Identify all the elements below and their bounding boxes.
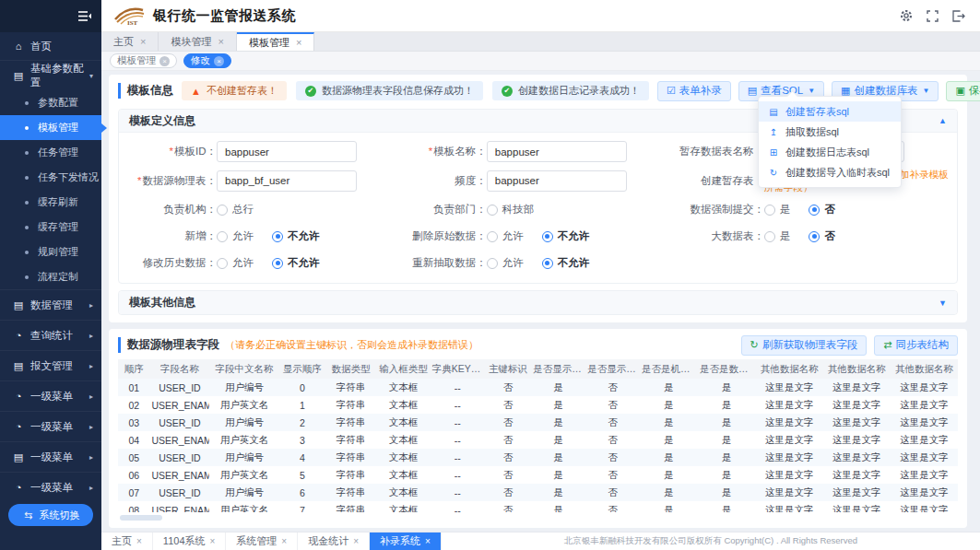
table-cell: 否 bbox=[485, 414, 532, 431]
close-icon[interactable]: × bbox=[159, 56, 170, 66]
radio-allow-add-option[interactable]: 允许 bbox=[217, 229, 254, 243]
table-cell: 是 bbox=[531, 449, 585, 466]
horizontal-scrollbar-thumb[interactable] bbox=[120, 515, 162, 521]
sidebar-item-task-mgmt[interactable]: 任务管理 bbox=[0, 140, 101, 165]
table-row[interactable]: 08USER_ENAME用户英文名7字符串文本框--否是否是是这里是文字这里是文… bbox=[118, 501, 958, 512]
tab-home[interactable]: 主页× bbox=[101, 32, 159, 51]
chip-edit[interactable]: 修改× bbox=[183, 53, 231, 68]
save-button[interactable]: ▣保存▼ bbox=[946, 81, 980, 101]
table-row[interactable]: 07USER_ID用户编号6字符串文本框--否是否是是这里是文字这里是文字这里是… bbox=[118, 484, 958, 501]
sidebar-item-query-stats[interactable]: ◔查询统计▸ bbox=[0, 320, 101, 350]
table-row[interactable]: 06USER_ENAME用户英文名5字符串文本框--否是否是是这里是文字这里是文… bbox=[118, 466, 958, 484]
refresh-physical-fields-button[interactable]: ↻ 刷新获取物理表字段 bbox=[741, 335, 868, 356]
frequency-input[interactable] bbox=[487, 170, 627, 192]
sidebar-item-level1-menu-3[interactable]: ▤一级菜单▸ bbox=[0, 441, 101, 472]
sidebar-item-cache-mgmt[interactable]: 缓存管理 bbox=[0, 215, 101, 240]
required-mark: * bbox=[137, 175, 141, 186]
sidebar-item-level1-menu-2[interactable]: ◔一级菜单▸ bbox=[0, 411, 101, 441]
sidebar-item-basic-params-config[interactable]: ▤基础参数配置▾ bbox=[0, 60, 101, 90]
table-cell: 5 bbox=[278, 466, 325, 484]
table-row[interactable]: 03USER_ID用户编号2字符串文本框--否是否是是这里是文字这里是文字这里是… bbox=[118, 414, 958, 431]
close-icon[interactable]: × bbox=[425, 536, 431, 546]
sidebar-item-label: 模板管理 bbox=[38, 121, 78, 135]
sidebar-item-report-mgmt[interactable]: ▤报文管理▸ bbox=[0, 350, 101, 380]
radio-delete-raw-data-option[interactable]: 允许 bbox=[487, 229, 524, 243]
collapse-sidebar-icon[interactable] bbox=[77, 10, 92, 22]
field-allow-add: 新增：允许不允许 bbox=[123, 226, 393, 247]
close-icon[interactable]: × bbox=[296, 37, 301, 48]
sidebar-item-params-config[interactable]: 参数配置 bbox=[0, 90, 101, 115]
radio-force-submit-option[interactable]: 是 bbox=[764, 203, 791, 216]
form-supplement-button[interactable]: ☑表单补录 bbox=[657, 81, 731, 101]
bottom-tab-system-mgmt[interactable]: 系统管理× bbox=[226, 532, 298, 550]
bottom-tab-cash-stats[interactable]: 现金统计× bbox=[298, 532, 370, 550]
close-icon[interactable]: × bbox=[214, 56, 224, 66]
close-icon[interactable]: × bbox=[140, 36, 146, 47]
radio-big-data-table-option[interactable]: 是 bbox=[764, 229, 791, 243]
radio-big-data-table-checked[interactable]: 否 bbox=[809, 229, 835, 243]
radio-delete-raw-data-checked[interactable]: 不允许 bbox=[542, 229, 590, 243]
pie-icon: ◔ bbox=[12, 330, 25, 341]
collapse-section-icon[interactable]: ▲ bbox=[939, 116, 947, 125]
sync-table-structure-button[interactable]: ⇄ 同步表结构 bbox=[874, 335, 958, 356]
system-switch-button[interactable]: ⇆ 系统切换 bbox=[8, 504, 93, 526]
fullscreen-icon[interactable] bbox=[927, 10, 939, 22]
template-other-title: 模板其他信息 bbox=[129, 295, 195, 310]
radio-responsible-dept-option[interactable]: 科技部 bbox=[487, 203, 535, 216]
field-label-text: 修改历史数据： bbox=[143, 257, 218, 268]
template-name-input[interactable] bbox=[487, 141, 627, 162]
table-cell: 是 bbox=[698, 466, 756, 484]
menu-item-create-log-table-sql[interactable]: ⊞创建数据日志表sql bbox=[759, 142, 901, 162]
sidebar-item-level1-menu-1[interactable]: ◔一级菜单▸ bbox=[0, 380, 101, 411]
sidebar-item-data-mgmt[interactable]: ▤数据管理▸ bbox=[0, 289, 101, 320]
bottom-tab-label: 1104系统 bbox=[163, 534, 206, 548]
logout-icon[interactable] bbox=[952, 10, 965, 22]
field-template-name: *模板名称： bbox=[393, 141, 670, 162]
required-mark: * bbox=[170, 146, 173, 157]
radio-force-submit-checked[interactable]: 否 bbox=[809, 203, 835, 216]
table-cell: 否 bbox=[585, 501, 640, 512]
radio-re-extract-data-option[interactable]: 允许 bbox=[487, 256, 524, 270]
table-row[interactable]: 01USER_ID用户编号0字符串文本框--否是否是是这里是文字这里是文字这里是… bbox=[118, 379, 958, 396]
close-icon[interactable]: × bbox=[136, 536, 142, 546]
table-row[interactable]: 04USER_ENAME用户英文名3字符串文本框--否是否是是这里是文字这里是文… bbox=[118, 431, 958, 449]
menu-item-create-staging-sql[interactable]: ▤创建暂存表sql bbox=[759, 101, 901, 122]
tab-template-mgmt[interactable]: 模板管理× bbox=[237, 32, 314, 51]
sidebar-item-label: 缓存管理 bbox=[38, 220, 78, 234]
bottom-tab-supplement-system[interactable]: 补录系统× bbox=[370, 532, 442, 550]
sidebar-item-task-dispatch-status[interactable]: 任务下发情况 bbox=[0, 165, 101, 190]
field-label-text: 数据强制提交： bbox=[690, 204, 764, 215]
table-row[interactable]: 05USER_ID用户编号4字符串文本框--否是否是是这里是文字这里是文字这里是… bbox=[118, 449, 958, 466]
chip-template-mgmt[interactable]: 模板管理× bbox=[110, 53, 177, 68]
radio-modify-history-data-checked[interactable]: 不允许 bbox=[272, 256, 320, 270]
radio-re-extract-data-checked[interactable]: 不允许 bbox=[542, 256, 590, 270]
radio-responsible-org-option[interactable]: 总行 bbox=[217, 203, 254, 216]
sidebar-item-level1-menu-4[interactable]: ◔一级菜单▸ bbox=[0, 472, 101, 502]
chip-label: 模板管理 bbox=[117, 54, 156, 67]
menu-item-create-import-temp-sql[interactable]: ↻创建数据导入临时表sql bbox=[759, 162, 901, 182]
tab-module-mgmt[interactable]: 模块管理× bbox=[159, 32, 236, 51]
settings-icon[interactable] bbox=[900, 9, 913, 22]
bottom-tab-sys-1104[interactable]: 1104系统× bbox=[153, 532, 227, 550]
sidebar-item-cache-refresh[interactable]: 缓存刷新 bbox=[0, 190, 101, 215]
sidebar-item-home[interactable]: ⌂首页 bbox=[0, 32, 101, 60]
source-physical-table-input[interactable] bbox=[217, 170, 357, 192]
sidebar-item-template-mgmt[interactable]: 模板管理 bbox=[0, 115, 101, 140]
table-cell: 是 bbox=[531, 414, 585, 431]
close-icon[interactable]: × bbox=[353, 536, 359, 546]
close-icon[interactable]: × bbox=[210, 536, 216, 546]
sidebar-item-process-custom[interactable]: 流程定制 bbox=[0, 264, 101, 289]
expand-section-icon[interactable]: ▼ bbox=[939, 298, 947, 308]
radio-dot bbox=[276, 234, 280, 239]
sidebar-item-rule-mgmt[interactable]: 规则管理 bbox=[0, 240, 101, 264]
close-icon[interactable]: × bbox=[281, 536, 287, 546]
close-icon[interactable]: × bbox=[218, 36, 223, 47]
menu-item-extract-data-sql[interactable]: ↥抽取数据sql bbox=[759, 122, 901, 142]
bottom-tab-home[interactable]: 主页× bbox=[101, 532, 153, 550]
table-row[interactable]: 02USER_ENAME用户英文名1字符串文本框--否是否是是这里是文字这里是文… bbox=[118, 396, 958, 414]
template-id-input[interactable] bbox=[217, 141, 357, 162]
bottom-bar: 主页×1104系统×系统管理×现金统计×补录系统× 北京银丰新融科技开发有限公司… bbox=[101, 532, 980, 550]
radio-allow-add-checked[interactable]: 不允许 bbox=[272, 229, 320, 243]
table-cell: 这里是文字 bbox=[891, 466, 958, 484]
radio-modify-history-data-option[interactable]: 允许 bbox=[217, 256, 254, 270]
